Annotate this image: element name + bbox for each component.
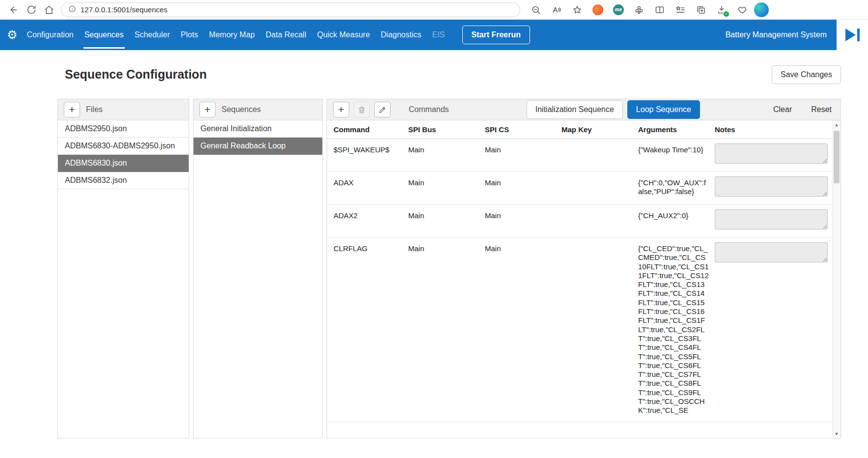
commands-table-area: Command SPI Bus SPI CS Map Key Arguments… [327, 120, 832, 438]
notes-cell [715, 139, 832, 172]
command-cell: ADAX [327, 172, 408, 205]
files-panel-header: + Files [58, 99, 189, 120]
edge-logo-icon[interactable] [754, 2, 769, 17]
command-cell: CLRFLAG [327, 238, 408, 422]
loop-sequence-button[interactable]: Loop Sequence [627, 100, 700, 119]
extension-logo [592, 4, 603, 15]
delete-command-button[interactable] [354, 102, 370, 117]
site-info-icon[interactable] [68, 5, 76, 15]
arguments-cell: {"CL_CED":true,"CL_CMED":true,"CL_CS10FL… [638, 238, 715, 422]
read-aloud-icon[interactable] [548, 1, 565, 18]
main-content: + Files ADBMS2950.json ADBMS6830-ADBMS29… [0, 99, 868, 438]
favorites-bar-icon[interactable] [672, 1, 689, 18]
home-icon[interactable] [40, 1, 58, 18]
nav-item-scheduler[interactable]: Scheduler [129, 20, 175, 50]
map-key-cell [561, 139, 638, 172]
sequences-panel-title: Sequences [222, 105, 261, 114]
spi-bus-cell: Main [408, 205, 485, 238]
nav-item-data-recall[interactable]: Data Recall [260, 20, 312, 50]
edit-command-button[interactable] [374, 102, 391, 117]
profile-avatar[interactable]: me [610, 1, 627, 18]
start-freerun-button[interactable]: Start Freerun [462, 26, 530, 44]
split-screen-icon[interactable] [651, 1, 669, 18]
nav-item-diagnostics[interactable]: Diagnostics [375, 20, 427, 50]
reset-button[interactable]: Reset [811, 105, 832, 114]
notes-cell [715, 205, 832, 238]
arguments-cell: {"Wakeup Time":10} [638, 139, 715, 172]
extension-2-icon[interactable] [630, 1, 648, 18]
spi-bus-cell: Main [408, 238, 485, 422]
add-file-button[interactable]: + [64, 102, 80, 117]
command-row[interactable]: $SPI_WAKEUP$ Main Main {"Wakeup Time":10… [327, 139, 832, 172]
sequence-item-selected[interactable]: General Readback Loop [194, 138, 322, 155]
col-spi-bus: SPI Bus [408, 120, 485, 139]
run-panel[interactable] [837, 20, 868, 50]
nav-item-memory-map[interactable]: Memory Map [203, 20, 260, 50]
app-brand: Battery Management System [726, 30, 837, 39]
notes-textarea[interactable] [715, 143, 828, 164]
address-bar[interactable]: 127.0.0.1:5001/sequences [61, 2, 520, 17]
file-item-selected[interactable]: ADBMS6830.json [58, 155, 189, 172]
file-item[interactable]: ADBMS2950.json [58, 120, 189, 138]
spi-cs-cell: Main [485, 139, 561, 172]
add-command-button[interactable]: + [333, 102, 349, 117]
file-item[interactable]: ADBMS6832.json [58, 172, 189, 189]
spi-bus-cell: Main [408, 139, 485, 172]
extension-icon[interactable] [589, 1, 607, 18]
refresh-icon[interactable] [23, 1, 40, 18]
map-key-cell [561, 238, 638, 422]
back-icon[interactable] [5, 1, 23, 18]
zoom-out-icon[interactable] [527, 1, 545, 18]
settings-gear-icon[interactable]: ⚙ [7, 20, 18, 50]
add-sequence-button[interactable]: + [199, 102, 216, 117]
arguments-cell: {"CH_AUX2":0} [638, 205, 715, 238]
clear-button[interactable]: Clear [773, 105, 792, 114]
command-row[interactable]: ADAX Main Main {"CH":0,"OW_AUX":false,"P… [327, 172, 832, 205]
command-row[interactable]: ADAX2 Main Main {"CH_AUX2":0} [327, 205, 832, 238]
favorite-star-icon[interactable] [568, 1, 586, 18]
sequence-item[interactable]: General Initialization [194, 120, 322, 138]
col-spi-cs: SPI CS [485, 120, 561, 139]
save-changes-button[interactable]: Save Changes [772, 65, 841, 84]
nav-item-plots[interactable]: Plots [175, 20, 204, 50]
file-item[interactable]: ADBMS6830-ADBMS2950.json [58, 138, 189, 155]
notes-textarea[interactable] [715, 209, 828, 229]
commands-panel: + Commands Initialization Sequence Loop … [327, 99, 841, 438]
nav-item-quick-measure[interactable]: Quick Measure [311, 20, 375, 50]
table-scrollbar[interactable]: ▲ ▼ [832, 120, 840, 438]
commands-panel-title: Commands [409, 105, 449, 114]
sequences-panel: + Sequences General Initialization Gener… [193, 99, 323, 438]
nav-item-eis: EIS [427, 20, 450, 50]
spi-cs-cell: Main [485, 238, 561, 422]
spi-cs-cell: Main [485, 205, 561, 238]
initialization-sequence-button[interactable]: Initialization Sequence [527, 100, 623, 119]
nav-item-configuration[interactable]: Configuration [22, 20, 79, 50]
command-row[interactable]: CLRFLAG Main Main {"CL_CED":true,"CL_CME… [327, 238, 832, 422]
nav-item-sequences[interactable]: Sequences [79, 20, 129, 50]
scroll-up-icon[interactable]: ▲ [833, 120, 840, 129]
downloads-icon[interactable]: ✓ [713, 1, 730, 18]
play-icon [845, 29, 856, 41]
notes-cell [715, 172, 832, 205]
toolbar-right: me ✓ [527, 1, 762, 18]
spi-bus-cell: Main [408, 172, 485, 205]
notes-textarea[interactable] [715, 242, 828, 262]
browser-toolbar: 127.0.0.1:5001/sequences me [0, 0, 868, 20]
map-key-cell [561, 205, 638, 238]
browser-essentials-icon[interactable] [733, 1, 751, 18]
col-command: Command [327, 120, 408, 139]
scrollbar-thumb[interactable] [834, 131, 840, 183]
arguments-cell: {"CH":0,"OW_AUX":false,"PUP":false} [638, 172, 715, 205]
download-success-badge: ✓ [723, 11, 729, 17]
profile-initials: me [613, 4, 624, 15]
col-arguments: Arguments [638, 120, 715, 139]
commands-table: Command SPI Bus SPI CS Map Key Arguments… [327, 120, 832, 422]
files-panel-title: Files [86, 105, 103, 114]
page-header: Sequence Configuration Save Changes [0, 50, 868, 99]
collections-icon[interactable] [692, 1, 710, 18]
url-text: 127.0.0.1:5001/sequences [81, 5, 168, 14]
table-header-row: Command SPI Bus SPI CS Map Key Arguments… [327, 120, 832, 139]
notes-cell [715, 238, 832, 422]
scroll-down-icon[interactable]: ▼ [833, 429, 840, 438]
notes-textarea[interactable] [715, 176, 828, 197]
